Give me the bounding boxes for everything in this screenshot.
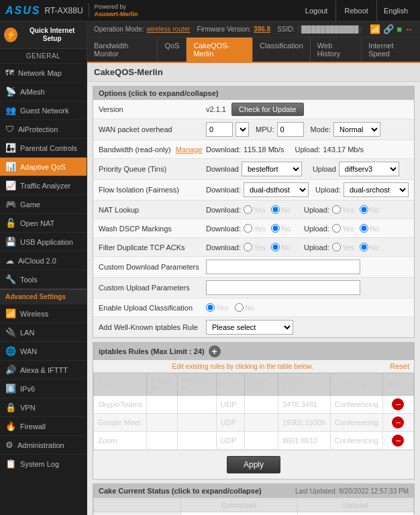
table-row[interactable]: Zoom UDP 8801:8810 Conferencing − [94, 432, 414, 450]
sidebar-item-system-log[interactable]: 📋 System Log [0, 455, 87, 473]
sidebar-item-traffic-analyzer[interactable]: 📈 Traffic Analyzer [0, 176, 87, 195]
filter-dl-no-radio[interactable] [271, 243, 280, 251]
nat-dl-yes-label[interactable]: Yes [244, 205, 266, 214]
reset-link[interactable]: Reset [390, 362, 409, 370]
nav-reboot[interactable]: Reboot [336, 0, 376, 21]
col-name: Name [94, 374, 147, 396]
add-rule-icon[interactable]: + [209, 345, 221, 357]
status-header-text: Cake Current Status (click to expand/col… [99, 487, 262, 495]
wash-dl-yes-label[interactable]: Yes [244, 224, 266, 233]
custom-ul-input[interactable] [206, 280, 360, 295]
adaptive-qos-icon: 📊 [5, 162, 16, 172]
eu-no-label[interactable]: No [235, 303, 254, 312]
add-rule-select[interactable]: Please select Skype/Teams Google Meet Zo… [206, 320, 293, 335]
flow-isolation-row: Flow Isolation (Fairness) Download: dual… [93, 180, 414, 201]
nat-dl-no-label[interactable]: No [271, 205, 291, 214]
sidebar-item-administration[interactable]: ⚙ Administration [0, 436, 87, 455]
mode-select[interactable]: Normal Piece of Cake DOCSIS [333, 122, 380, 137]
aicloud-icon: ☁ [5, 255, 14, 266]
delete-row-1-button[interactable]: − [392, 416, 404, 428]
filter-ul-yes-radio[interactable] [332, 243, 341, 251]
wash-dl-no-label[interactable]: No [271, 224, 291, 233]
sidebar-item-alexa[interactable]: 🔊 Alexa & IFTTT [0, 361, 87, 380]
nat-ul-no-label[interactable]: No [360, 205, 379, 214]
sidebar-quick-setup[interactable]: ⚡ Quick Internet Setup [0, 21, 87, 49]
sidebar-item-firewall[interactable]: 🔥 Firewall [0, 417, 87, 436]
wash-ul-yes-radio[interactable] [332, 224, 341, 233]
custom-dl-input[interactable] [206, 260, 360, 274]
fw-label: Firmware Version: [197, 25, 252, 33]
aiprotection-icon: 🛡 [5, 124, 14, 134]
sidebar-item-lan[interactable]: 🔌 LAN [0, 323, 87, 342]
sidebar-item-guest-network[interactable]: 👥 Guest Network [0, 101, 87, 120]
sidebar-item-usb-application[interactable]: 💾 USB Application [0, 233, 87, 251]
eu-yes-radio[interactable] [206, 303, 215, 312]
sidebar-item-parental-controls[interactable]: 👨‍👧 Parental Controls [0, 139, 87, 158]
wash-ul-no-label[interactable]: No [360, 224, 379, 233]
sidebar-item-network-map[interactable]: 🗺 Network Map [0, 64, 87, 82]
lang-select[interactable]: English [377, 0, 415, 21]
open-nat-icon: 🔓 [5, 218, 16, 228]
tab-classification[interactable]: Classification [253, 38, 311, 62]
wash-ul-yes-label[interactable]: Yes [332, 224, 354, 233]
fi-dl-label: Download: [206, 186, 241, 194]
eu-yes-label[interactable]: Yes [206, 303, 228, 312]
nav-logout[interactable]: Logout [297, 0, 337, 21]
main-content: Operation Mode: wireless router Firmware… [87, 21, 420, 515]
page-title: CakeQOS-Merlin [87, 63, 420, 82]
fi-upload-select[interactable]: dual-srchost dual-dsthost triple-isolate [344, 182, 409, 197]
nat-ul-yes-radio[interactable] [332, 205, 341, 214]
sidebar-item-open-nat[interactable]: 🔓 Open NAT [0, 214, 87, 233]
nat-ul-no-radio[interactable] [360, 205, 368, 214]
mpu-input[interactable] [277, 122, 304, 137]
nat-dl-no-radio[interactable] [271, 205, 280, 214]
check-update-button[interactable]: Check for Update [231, 103, 304, 116]
delete-row-0-button[interactable]: − [392, 398, 404, 410]
filter-dl-yes-radio[interactable] [244, 243, 252, 251]
wash-dl-yes-radio[interactable] [244, 224, 252, 233]
sidebar-item-vpn[interactable]: 🔒 VPN [0, 398, 87, 417]
status-section-header[interactable]: Cake Current Status (click to expand/col… [93, 484, 414, 498]
sidebar-item-aimesh[interactable]: 📡 AiMesh [0, 82, 87, 101]
nat-ul-yes-label[interactable]: Yes [332, 205, 354, 214]
apply-button[interactable]: Apply [227, 456, 280, 473]
tab-web-history[interactable]: Web History [311, 38, 362, 62]
table-row[interactable]: Google Meet UDP 19302:19309 Conferencing… [94, 414, 414, 432]
wan-overhead-input[interactable] [206, 122, 233, 137]
options-section-header[interactable]: Options (click to expand/collapse) [93, 87, 414, 100]
filter-dl-no-label[interactable]: No [271, 243, 291, 251]
sidebar-item-aicloud[interactable]: ☁ AiCloud 2.0 [0, 251, 87, 270]
sidebar-item-wan[interactable]: 🌐 WAN [0, 342, 87, 361]
nat-dl-yes-radio[interactable] [244, 205, 252, 214]
filter-dl-yes-label[interactable]: Yes [244, 243, 266, 251]
tab-bandwidth-monitor[interactable]: Bandwidth Monitor [87, 38, 158, 62]
eu-no-radio[interactable] [235, 303, 244, 312]
sidebar-general-title: General [0, 49, 87, 64]
op-mode-value[interactable]: wireless router [147, 25, 191, 33]
wash-ul-no-radio[interactable] [360, 224, 368, 233]
manage-link[interactable]: Manage [176, 146, 203, 154]
sidebar-item-wireless[interactable]: 📶 Wireless [0, 304, 87, 323]
tab-cakeqos[interactable]: CakeQOS-Merlin [187, 38, 253, 62]
wash-dscp-row: Wash DSCP Markings Download: Yes No Uplo… [93, 219, 414, 238]
tab-internet-speed[interactable]: Internet Speed [362, 38, 420, 62]
pq-download-select[interactable]: besteffort bulk video voice [242, 162, 302, 176]
tab-qos[interactable]: QoS [158, 38, 187, 62]
delete-row-2-button[interactable]: − [392, 435, 404, 447]
wan-overhead-arrow[interactable]: ▼ [235, 122, 249, 137]
sidebar-item-ipv6[interactable]: 6️⃣ IPv6 [0, 380, 87, 398]
sidebar-item-game[interactable]: 🎮 Game [0, 195, 87, 214]
wash-dl-no-radio[interactable] [271, 224, 280, 233]
iptables-header: iptables Rules (Max Limit : 24) + [93, 343, 414, 360]
ssid-value: ████████████ [297, 25, 362, 33]
powered-by: Powered by Asuswrt-Merlin [89, 3, 138, 18]
table-row[interactable]: Skype/Teams UDP 3478:3481 Conferencing − [94, 396, 414, 414]
sidebar-item-adaptive-qos[interactable]: 📊 Adaptive QoS [0, 158, 87, 176]
filter-ul-yes-label[interactable]: Yes [332, 243, 354, 251]
filter-ul-no-radio[interactable] [360, 243, 368, 251]
sidebar-item-tools[interactable]: 🔧 Tools [0, 270, 87, 289]
pq-upload-select[interactable]: diffserv3 diffserv4 besteffort [339, 162, 399, 176]
filter-ul-no-label[interactable]: No [360, 243, 379, 251]
sidebar-item-aiprotection[interactable]: 🛡 AiProtection [0, 120, 87, 139]
fi-download-select[interactable]: dual-dsthost dual-srchost triple-isolate [244, 182, 309, 197]
